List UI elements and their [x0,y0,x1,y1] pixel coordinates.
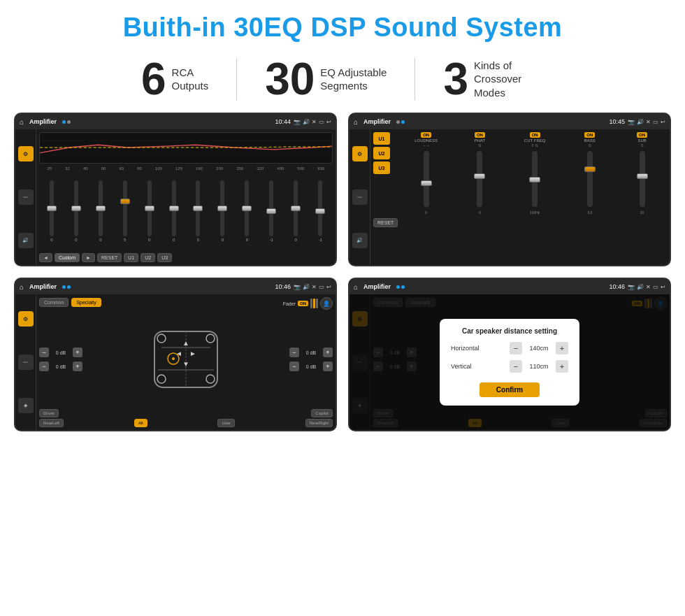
eq-u2-btn[interactable]: U2 [140,253,155,262]
tab-specialty-3[interactable]: Specialty [71,298,101,307]
bass-thumb[interactable] [584,166,596,172]
window-icon-2[interactable]: ▭ [653,119,658,125]
loudness-on[interactable]: ON [421,132,431,138]
close-icon-2[interactable]: ✕ [646,119,651,125]
slider-track-6[interactable] [172,180,176,236]
preset-u2[interactable]: U2 [373,147,390,159]
settings-icon-3[interactable]: 👤 [320,297,333,310]
slider-thumb-4[interactable] [120,199,130,204]
right-top-plus[interactable]: + [323,348,333,357]
loudness-thumb[interactable] [421,180,432,186]
eq-slider-5: 0 [138,180,161,242]
cutfreq-slider[interactable] [532,151,538,207]
side-btn-eq2[interactable]: ⚙ [352,146,368,162]
slider-track-9[interactable] [245,180,249,236]
sub-thumb[interactable] [637,173,648,179]
back-icon-3[interactable]: ↩ [326,284,331,290]
vertical-plus[interactable]: + [556,360,568,373]
window-icon-4[interactable]: ▭ [653,284,658,290]
slider-track-3[interactable] [99,180,103,236]
right-bot-minus[interactable]: − [289,361,299,371]
slider-thumb-12[interactable] [315,208,325,214]
crossover-reset[interactable]: RESET [373,218,398,227]
eq-next-btn[interactable]: ► [82,253,95,262]
eq-u1-btn[interactable]: U1 [124,253,138,262]
eq-reset-btn[interactable]: RESET [97,253,122,262]
home-icon-3[interactable]: ⌂ [20,283,24,291]
window-icon-3[interactable]: ▭ [319,284,324,290]
slider-track-2[interactable] [74,180,78,236]
vertical-minus[interactable]: − [510,360,522,373]
cutfreq-thumb[interactable] [529,177,540,182]
home-icon-4[interactable]: ⌂ [354,283,358,291]
slider-thumb-8[interactable] [217,206,227,211]
sub-slider[interactable] [640,151,645,207]
close-icon-1[interactable]: ✕ [312,119,317,125]
loudness-slider[interactable] [424,151,429,207]
side-btn-eq3[interactable]: ⚙ [18,311,34,327]
side-btn-wave2[interactable]: 〰 [352,189,368,205]
preset-u3[interactable]: U3 [373,162,390,174]
close-icon-3[interactable]: ✕ [312,284,317,290]
preset-u1[interactable]: U1 [373,132,390,145]
slider-thumb-11[interactable] [291,206,301,211]
side-btn-wave3[interactable]: 〰 [18,354,34,370]
back-icon-2[interactable]: ↩ [661,119,665,125]
window-icon-1[interactable]: ▭ [319,119,324,125]
phat-thumb[interactable] [474,173,485,179]
side-btn-vol2[interactable]: 🔊 [352,233,368,248]
side-btn-eq[interactable]: ⚙ [18,146,34,162]
close-icon-4[interactable]: ✕ [646,284,651,290]
side-btn-balance3[interactable]: ◈ [18,398,34,413]
sub-on[interactable]: ON [637,132,647,138]
left-top-plus[interactable]: + [73,348,82,357]
left-bot-plus[interactable]: + [73,361,82,371]
slider-thumb-7[interactable] [193,206,203,211]
side-btn-vol[interactable]: 🔊 [18,233,34,248]
phat-slider[interactable] [477,151,482,207]
back-icon-1[interactable]: ↩ [326,119,331,125]
btn-rearleft-3[interactable]: RearLeft [39,419,64,427]
cutfreq-on[interactable]: ON [530,132,540,138]
left-top-minus[interactable]: − [39,348,49,357]
btn-all-3[interactable]: All [134,419,147,427]
eq-prev-btn[interactable]: ◄ [39,253,52,262]
tab-common-3[interactable]: Common [39,298,68,307]
right-top-minus[interactable]: − [289,348,299,357]
slider-track-8[interactable] [220,180,224,236]
slider-thumb-6[interactable] [169,206,179,211]
slider-thumb-5[interactable] [145,206,154,211]
right-bot-plus[interactable]: + [323,361,333,371]
home-icon-2[interactable]: ⌂ [354,118,358,126]
slider-track-10[interactable] [269,180,273,236]
btn-user-3[interactable]: User [217,419,235,427]
btn-rearright-3[interactable]: RearRight [305,419,333,427]
slider-track-12[interactable] [318,180,322,236]
side-btn-wave[interactable]: 〰 [18,189,34,205]
btn-copilot-3[interactable]: Copilot [311,409,333,417]
confirm-button[interactable]: Confirm [480,382,540,397]
slider-thumb-9[interactable] [242,206,252,211]
slider-thumb-10[interactable] [266,208,276,214]
eq-slider-3: 0 [89,180,112,242]
slider-thumb-2[interactable] [71,206,81,211]
eq-custom-btn[interactable]: Custom [55,253,80,262]
horizontal-minus[interactable]: − [510,342,522,354]
bass-slider[interactable] [587,151,593,207]
slider-track-1[interactable] [50,180,54,236]
home-icon-1[interactable]: ⌂ [20,118,24,126]
btn-driver-3[interactable]: Driver [39,409,59,417]
fader-on[interactable]: ON [298,301,308,306]
phat-on[interactable]: ON [475,132,485,138]
left-bot-minus[interactable]: − [39,361,49,371]
slider-track-7[interactable] [196,180,200,236]
bass-on[interactable]: ON [584,132,595,138]
horizontal-plus[interactable]: + [556,342,568,354]
slider-track-4[interactable] [123,180,127,236]
slider-track-5[interactable] [147,180,152,236]
slider-thumb-3[interactable] [96,206,106,211]
slider-thumb-1[interactable] [47,206,57,211]
slider-track-11[interactable] [294,180,298,236]
back-icon-4[interactable]: ↩ [661,284,665,290]
eq-u3-btn[interactable]: U3 [157,253,172,262]
